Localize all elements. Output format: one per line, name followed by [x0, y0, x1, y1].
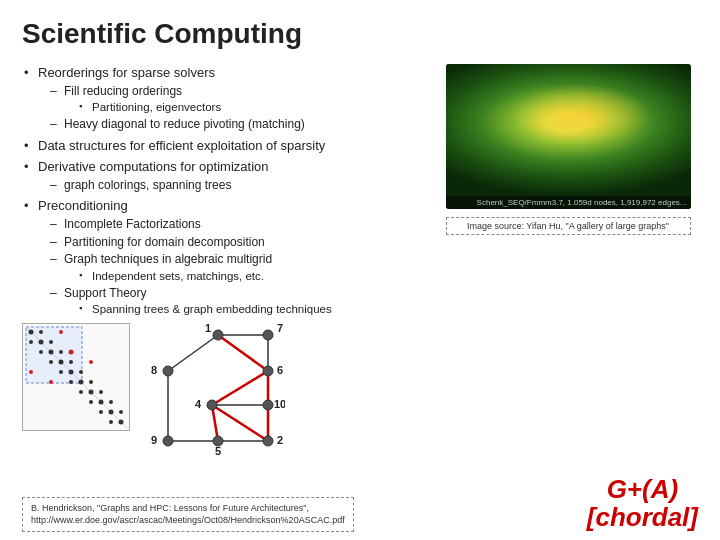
svg-point-26 — [109, 410, 114, 415]
citation-box: B. Hendrickson, "Graphs and HPC: Lessons… — [22, 497, 354, 532]
image-source-text: Image source: Yifan Hu, "A gallery of la… — [467, 221, 669, 231]
list-item: Independent sets, matchings, etc. — [78, 269, 428, 284]
sub-list: Incomplete Factorizations Partitioning f… — [48, 217, 428, 317]
g-chordal-label: G+(A) — [587, 475, 698, 504]
svg-point-10 — [59, 350, 63, 354]
svg-text:2: 2 — [277, 434, 283, 446]
svg-point-14 — [69, 370, 74, 375]
main-bullet-list: Reorderings for sparse solvers Fill redu… — [22, 64, 428, 317]
citation-line1: B. Hendrickson, "Graphs and HPC: Lessons… — [31, 502, 345, 515]
svg-point-34 — [89, 360, 93, 364]
slide: Scientific Computing Reorderings for spa… — [0, 0, 720, 540]
matrix-svg — [23, 324, 131, 432]
svg-point-4 — [39, 330, 43, 334]
svg-point-30 — [69, 350, 74, 355]
svg-text:8: 8 — [151, 364, 157, 376]
graph-visualization: 1 7 8 6 4 10 9 5 2 — [140, 323, 270, 453]
svg-point-20 — [89, 390, 94, 395]
svg-point-11 — [59, 360, 64, 365]
list-item: graph colorings, spanning trees — [48, 178, 428, 194]
svg-point-56 — [263, 436, 273, 446]
list-item: Preconditioning Incomplete Factorization… — [22, 197, 428, 317]
image-source-box: Image source: Yifan Hu, "A gallery of la… — [446, 217, 691, 235]
list-item: Reorderings for sparse solvers Fill redu… — [22, 64, 428, 133]
svg-point-51 — [263, 366, 273, 376]
svg-point-29 — [119, 420, 124, 425]
svg-point-32 — [29, 370, 33, 374]
svg-text:4: 4 — [195, 398, 202, 410]
list-item: Support Theory Spanning trees & graph em… — [48, 286, 428, 318]
svg-line-36 — [168, 335, 218, 371]
svg-point-6 — [39, 350, 43, 354]
svg-point-5 — [39, 340, 44, 345]
svg-text:6: 6 — [277, 364, 283, 376]
mesh-image-inner — [446, 64, 691, 209]
list-item: Graph techniques in algebraic multigrid … — [48, 252, 428, 284]
left-column: Reorderings for sparse solvers Fill redu… — [22, 64, 428, 453]
svg-point-3 — [29, 340, 33, 344]
svg-point-54 — [163, 436, 173, 446]
svg-text:9: 9 — [151, 434, 157, 446]
svg-point-23 — [99, 400, 104, 405]
svg-point-49 — [263, 330, 273, 340]
svg-point-19 — [89, 380, 93, 384]
svg-point-24 — [99, 410, 103, 414]
mesh-image: Schenk_SEQ/Fmmm3.7, 1.059d nodes, 1,919,… — [446, 64, 691, 209]
svg-point-18 — [79, 390, 83, 394]
svg-point-50 — [163, 366, 173, 376]
list-item: Spanning trees & graph embedding techniq… — [78, 302, 428, 317]
svg-point-27 — [109, 420, 113, 424]
svg-text:10: 10 — [274, 398, 285, 410]
list-item: Heavy diagonal to reduce pivoting (match… — [48, 117, 428, 133]
svg-point-16 — [79, 370, 83, 374]
svg-text:7: 7 — [277, 323, 283, 334]
svg-point-8 — [49, 350, 54, 355]
svg-point-31 — [59, 330, 63, 334]
svg-point-33 — [49, 380, 53, 384]
svg-point-28 — [119, 410, 123, 414]
sub-list: graph colorings, spanning trees — [48, 178, 428, 194]
sub-list: Fill reducing orderings Partitioning, ei… — [48, 84, 428, 133]
list-item: Fill reducing orderings Partitioning, ei… — [48, 84, 428, 116]
svg-rect-1 — [26, 327, 82, 383]
svg-point-17 — [79, 380, 84, 385]
list-item: Incomplete Factorizations — [48, 217, 428, 233]
svg-point-15 — [69, 380, 73, 384]
page-title: Scientific Computing — [22, 18, 698, 50]
svg-point-52 — [207, 400, 217, 410]
image-caption: Schenk_SEQ/Fmmm3.7, 1.059d nodes, 1,919,… — [446, 196, 691, 209]
list-item: Partitioning, eigenvectors — [78, 100, 428, 115]
graph-svg: 1 7 8 6 4 10 9 5 2 — [140, 323, 285, 458]
svg-line-43 — [212, 371, 268, 405]
svg-line-46 — [212, 405, 268, 441]
sub2-list: Independent sets, matchings, etc. — [78, 269, 428, 284]
svg-point-48 — [213, 330, 223, 340]
svg-point-12 — [59, 370, 63, 374]
list-item: Partitioning for domain decomposition — [48, 235, 428, 251]
svg-point-2 — [29, 330, 34, 335]
svg-point-25 — [109, 400, 113, 404]
g-chordal-box: G+(A) [chordal] — [587, 475, 698, 532]
matrix-visualization — [22, 323, 130, 431]
citation-line2: http://www.er.doe.gov/ascr/ascac/Meeting… — [31, 514, 345, 527]
sub2-list: Spanning trees & graph embedding techniq… — [78, 302, 428, 317]
svg-point-7 — [49, 340, 53, 344]
list-item: Data structures for efficient exploitati… — [22, 137, 428, 155]
matrix-graph-area: 1 7 8 6 4 10 9 5 2 — [22, 323, 428, 453]
sub2-list: Partitioning, eigenvectors — [78, 100, 428, 115]
svg-point-9 — [49, 360, 53, 364]
svg-point-22 — [99, 390, 103, 394]
content-area: Reorderings for sparse solvers Fill redu… — [22, 64, 698, 453]
chordal-label: [chordal] — [587, 503, 698, 532]
right-column: Schenk_SEQ/Fmmm3.7, 1.059d nodes, 1,919,… — [438, 64, 698, 453]
svg-point-21 — [89, 400, 93, 404]
svg-line-42 — [218, 335, 268, 371]
svg-text:1: 1 — [205, 323, 211, 334]
svg-point-53 — [263, 400, 273, 410]
svg-text:5: 5 — [215, 445, 221, 457]
list-item: Derivative computations for optimization… — [22, 158, 428, 193]
svg-point-13 — [69, 360, 73, 364]
